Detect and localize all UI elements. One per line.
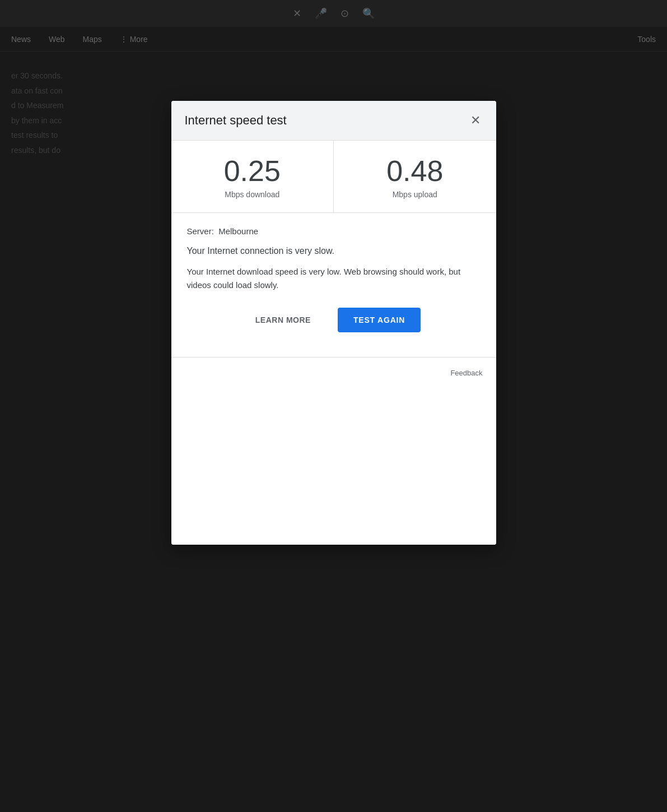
upload-value: 0.48: [345, 156, 485, 185]
download-value: 0.25: [183, 156, 323, 185]
detail-message: Your Internet download speed is very low…: [187, 265, 481, 292]
button-row: LEARN MORE TEST AGAIN: [187, 308, 481, 346]
test-again-button[interactable]: TEST AGAIN: [338, 308, 421, 332]
feedback-link[interactable]: Feedback: [450, 369, 482, 377]
modal-footer: Feedback: [171, 358, 496, 388]
learn-more-button[interactable]: LEARN MORE: [246, 310, 320, 330]
server-name: Melbourne: [218, 226, 258, 236]
upload-label: Mbps upload: [345, 190, 485, 199]
modal-title: Internet speed test: [185, 113, 287, 128]
download-cell: 0.25 Mbps download: [171, 141, 334, 212]
server-label: Server:: [187, 226, 214, 236]
download-label: Mbps download: [183, 190, 323, 199]
modal-spacer: [171, 388, 496, 545]
modal-header: Internet speed test ✕: [171, 101, 496, 141]
speed-test-modal: Internet speed test ✕ 0.25 Mbps download…: [171, 101, 496, 545]
status-message: Your Internet connection is very slow.: [187, 246, 481, 256]
upload-cell: 0.48 Mbps upload: [334, 141, 496, 212]
speed-row: 0.25 Mbps download 0.48 Mbps upload: [171, 141, 496, 213]
modal-body: Server: Melbourne Your Internet connecti…: [171, 213, 496, 357]
close-button[interactable]: ✕: [468, 112, 483, 129]
server-line: Server: Melbourne: [187, 226, 481, 236]
modal-overlay: Internet speed test ✕ 0.25 Mbps download…: [0, 0, 667, 812]
